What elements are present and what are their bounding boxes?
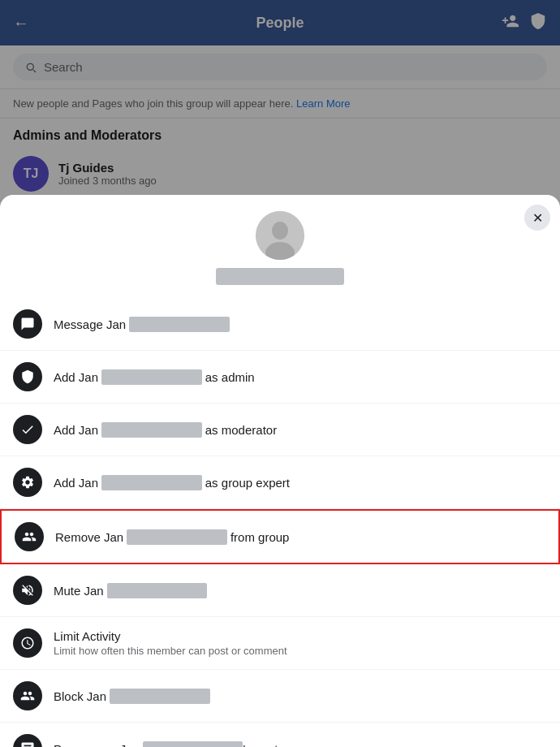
limit-activity-subtext: Limit how often this member can post or …	[54, 645, 287, 657]
message-icon	[13, 309, 42, 339]
modal-user-name: Jan Michael Andrews	[216, 268, 344, 285]
menu-item-add-admin[interactable]: Add Jan Michael Andrews as admin	[0, 351, 560, 404]
menu-item-preapprove[interactable]: Preapprove Jan Michael Andrews's posts	[0, 723, 560, 747]
menu-item-block-text: Block Jan Michael Andrews	[54, 689, 210, 704]
menu-item-remove-from-group[interactable]: Remove Jan Michael Andrews from group	[0, 509, 560, 564]
menu-item-message-text: Message Jan Michael Andrews	[54, 317, 230, 332]
menu-item-preapprove-text: Preapprove Jan Michael Andrews's posts	[54, 741, 284, 748]
svg-point-3	[256, 211, 304, 260]
menu-item-mute[interactable]: Mute Jan Michael Andrews	[0, 564, 560, 617]
modal-sheet: ✕ Jan Michael Andrews	[0, 195, 560, 747]
menu-item-mute-text: Mute Jan Michael Andrews	[54, 583, 207, 598]
add-admin-icon	[13, 362, 42, 391]
modal-avatar-img	[256, 211, 304, 260]
remove-from-group-icon	[15, 522, 44, 551]
limit-activity-icon	[13, 628, 42, 658]
menu-item-remove-text: Remove Jan Michael Andrews from group	[55, 529, 289, 545]
modal-close-button[interactable]: ✕	[524, 205, 550, 231]
menu-item-block[interactable]: Block Jan Michael Andrews	[0, 670, 560, 723]
menu-item-message[interactable]: Message Jan Michael Andrews	[0, 298, 560, 351]
preapprove-icon	[13, 734, 42, 747]
user-name-blurred: Jan Michael Andrews	[216, 268, 344, 285]
close-icon: ✕	[532, 210, 543, 226]
add-moderator-icon	[13, 415, 42, 444]
menu-item-add-moderator-text: Add Jan Michael Andrews as moderator	[54, 422, 277, 438]
menu-item-add-admin-text: Add Jan Michael Andrews as admin	[54, 369, 255, 385]
mute-icon	[13, 576, 42, 605]
menu-item-add-group-expert[interactable]: Add Jan Michael Andrews as group expert	[0, 456, 560, 509]
modal-user-avatar	[256, 211, 304, 260]
add-group-expert-icon	[13, 468, 42, 497]
modal-user-info: Jan Michael Andrews	[0, 195, 560, 298]
block-icon	[13, 681, 42, 710]
menu-item-limit-activity[interactable]: Limit Activity Limit how often this memb…	[0, 617, 560, 670]
menu-item-limit-activity-text: Limit Activity Limit how often this memb…	[54, 629, 287, 657]
menu-item-add-moderator[interactable]: Add Jan Michael Andrews as moderator	[0, 404, 560, 456]
modal-overlay: ✕ Jan Michael Andrews	[0, 0, 560, 747]
menu-item-add-group-expert-text: Add Jan Michael Andrews as group expert	[54, 475, 290, 490]
